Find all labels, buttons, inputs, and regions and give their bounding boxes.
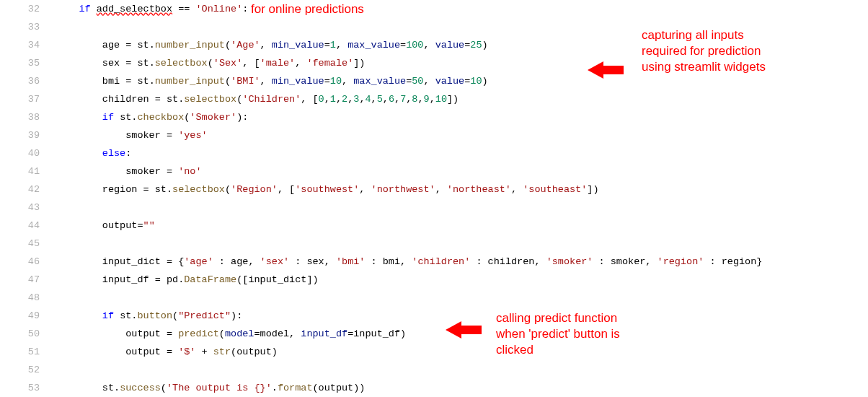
line-number: 47	[0, 271, 56, 289]
line-number: 53	[0, 379, 56, 397]
code-line[interactable]: 53 st.success('The output is {}'.format(…	[0, 379, 868, 397]
code-line[interactable]: 32 if add_selectbox == 'Online':	[0, 0, 868, 18]
arrow-icon	[446, 319, 485, 341]
line-number: 33	[0, 18, 56, 36]
line-number: 50	[0, 325, 56, 343]
code-line[interactable]: 39 smoker = 'yes'	[0, 126, 868, 144]
code-line[interactable]: 49 if st.button("Predict"):	[0, 307, 868, 325]
svg-marker-1	[446, 321, 482, 339]
line-number: 42	[0, 180, 56, 198]
code-line[interactable]: 40 else:	[0, 144, 868, 162]
line-number: 46	[0, 253, 56, 271]
annotation-inputs: capturing all inputs required for predic…	[642, 27, 786, 75]
line-number: 34	[0, 36, 56, 54]
arrow-icon	[588, 59, 627, 81]
line-number: 37	[0, 90, 56, 108]
code-line[interactable]: 51 output = '$' + str(output)	[0, 343, 868, 361]
line-number: 51	[0, 343, 56, 361]
annotation-online: for online predictions	[251, 1, 364, 17]
line-number: 43	[0, 198, 56, 217]
code-line[interactable]: 41 smoker = 'no'	[0, 162, 868, 180]
code-line[interactable]: 48	[0, 289, 868, 307]
code-editor: 32 if add_selectbox == 'Online':3334 age…	[0, 0, 868, 397]
code-line[interactable]: 37 children = st.selectbox('Children', […	[0, 90, 868, 108]
line-number: 44	[0, 217, 56, 235]
code-line[interactable]: 38 if st.checkbox('Smoker'):	[0, 108, 868, 126]
code-line[interactable]: 44 output=""	[0, 217, 868, 235]
code-line[interactable]: 43	[0, 198, 868, 217]
line-number: 39	[0, 126, 56, 144]
annotation-predict: calling predict function when 'predict' …	[496, 310, 640, 358]
line-number: 48	[0, 289, 56, 307]
line-number: 49	[0, 307, 56, 325]
code-line[interactable]: 46 input_dict = {'age' : age, 'sex' : se…	[0, 253, 868, 271]
line-number: 45	[0, 235, 56, 253]
line-number: 35	[0, 54, 56, 72]
code-line[interactable]: 47 input_df = pd.DataFrame([input_dict])	[0, 271, 868, 289]
code-line[interactable]: 42 region = st.selectbox('Region', ['sou…	[0, 180, 868, 198]
code-line[interactable]: 50 output = predict(model=model, input_d…	[0, 325, 868, 343]
line-number: 32	[0, 0, 56, 18]
line-number: 40	[0, 144, 56, 162]
code-line[interactable]: 52	[0, 361, 868, 379]
code-line[interactable]: 45	[0, 235, 868, 253]
line-number: 52	[0, 361, 56, 379]
line-number: 36	[0, 72, 56, 90]
line-number: 38	[0, 108, 56, 126]
line-number: 41	[0, 162, 56, 180]
svg-marker-0	[588, 61, 624, 79]
